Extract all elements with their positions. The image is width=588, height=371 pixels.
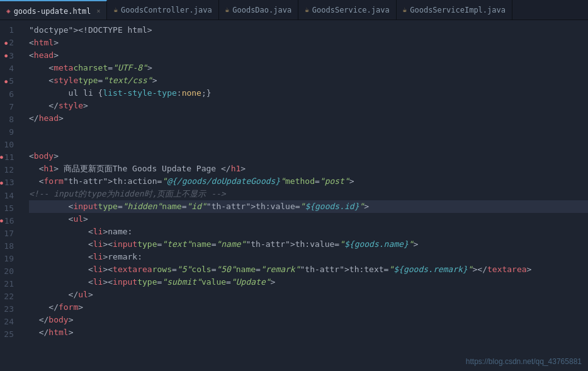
line-number: 10 [0, 139, 18, 151]
tab-goods-controller[interactable]: ☕ GoodsController.java [107, 0, 218, 20]
code-line: <!-- input的type为hidden时,页面上不显示 --> [29, 188, 588, 200]
java-file-icon: ☕ [403, 6, 407, 14]
tab-label: GoodsService.java [312, 6, 390, 14]
code-line: <meta charset="UTF-8"> [29, 62, 588, 74]
line-number: 19 [0, 253, 18, 265]
line-number: 12 [0, 164, 18, 176]
line-number: 13 [0, 176, 18, 190]
code-line: <form "th-attr">th:action="@{/goods/doUp… [29, 175, 588, 188]
line-numbers: 1234567891011121314151617181920212223242… [0, 20, 23, 371]
line-number: 3 [0, 50, 18, 63]
code-line: <body> [29, 150, 588, 163]
code-line: </head> [29, 112, 588, 125]
code-line: <style type="text/css"> [29, 74, 588, 87]
code-line: <li>remark: [29, 251, 588, 263]
code-line: <head> [29, 49, 588, 62]
line-number: 1 [0, 24, 18, 37]
code-line: </style> [29, 100, 588, 112]
line-number: 4 [0, 62, 18, 75]
code-line: </body> [29, 314, 588, 326]
java-file-icon: ☕ [305, 6, 309, 14]
tab-goods-service-impl[interactable]: ☕ GoodsServiceImpl.java [397, 0, 512, 20]
line-number: 7 [0, 101, 18, 113]
tab-goods-service[interactable]: ☕ GoodsService.java [298, 0, 396, 20]
code-line: <li><input type="submit" value="Update"> [29, 276, 588, 288]
line-number: 5 [0, 75, 18, 88]
code-line: "doctype"><!DOCTYPE html> [29, 24, 588, 37]
code-line [29, 125, 588, 137]
code-line: <li>name: [29, 225, 588, 238]
editor: 1234567891011121314151617181920212223242… [0, 20, 588, 371]
code-line: <html> [29, 37, 588, 49]
code-line [29, 137, 588, 150]
code-line: </ul> [29, 288, 588, 301]
code-line: <input type="hidden" name="id" "th-attr"… [29, 200, 588, 213]
tab-bar: ◈ goods-update.html × ☕ GoodsController.… [0, 0, 588, 20]
code-line: <li><textarea rows="5" cols="50" name="r… [29, 263, 588, 276]
line-number: 16 [0, 215, 18, 228]
tab-label: GoodsController.java [121, 6, 212, 14]
line-number: 15 [0, 202, 18, 215]
line-number: 24 [0, 316, 18, 328]
code-line: <h1> 商品更新页面The Goods Update Page </h1> [29, 163, 588, 175]
line-number: 22 [0, 290, 18, 303]
tab-goods-update[interactable]: ◈ goods-update.html × [0, 0, 107, 20]
line-number: 18 [0, 240, 18, 253]
tab-goods-dao[interactable]: ☕ GoodsDao.java [219, 0, 299, 20]
line-number: 14 [0, 190, 18, 202]
tab-close-button[interactable]: × [96, 8, 100, 14]
line-number: 20 [0, 265, 18, 278]
code-line: <li><input type="text" name="name" "th-a… [29, 238, 588, 251]
line-number: 21 [0, 278, 18, 290]
watermark: https://blog.csdn.net/qq_43765881 [466, 357, 582, 366]
code-line: ul li {list-style-type:none;} [29, 87, 588, 100]
line-number: 25 [0, 328, 18, 341]
html-file-icon: ◈ [6, 7, 11, 15]
tab-label: GoodsServiceImpl.java [410, 6, 506, 14]
line-number: 8 [0, 113, 18, 126]
tab-label: goods-update.html [14, 7, 91, 16]
line-number: 6 [0, 88, 18, 101]
code-content[interactable]: "doctype"><!DOCTYPE html><html><head> <m… [23, 20, 588, 371]
line-number: 2 [0, 37, 18, 50]
line-number: 9 [0, 126, 18, 139]
code-line: </html> [29, 326, 588, 339]
tab-label: GoodsDao.java [232, 6, 291, 14]
code-line: </form> [29, 301, 588, 314]
line-number: 23 [0, 303, 18, 316]
line-number: 11 [0, 151, 18, 164]
code-line: <ul> [29, 213, 588, 225]
java-file-icon: ☕ [225, 6, 230, 14]
line-number: 17 [0, 227, 18, 240]
java-file-icon: ☕ [113, 6, 118, 14]
